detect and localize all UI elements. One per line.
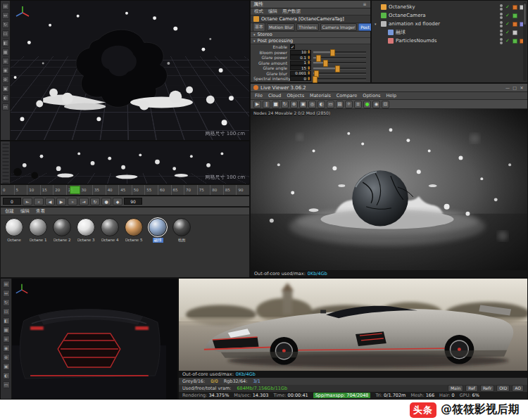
object-name[interactable]: OctaneCamera	[389, 13, 498, 18]
object-manager-scrollbar[interactable]	[523, 2, 527, 81]
live-viewer-toolbar-icon[interactable]: ●	[363, 101, 371, 108]
visibility-dots-icon[interactable]	[500, 21, 503, 27]
material-name[interactable]: Octane 2	[54, 238, 71, 242]
material-swatch[interactable]: Octane 5	[123, 218, 144, 243]
viewport-tool-icon[interactable]: ◐	[2, 179, 9, 180]
material-swatch[interactable]: Octane 3	[75, 218, 96, 243]
live-viewer-toolbar-icon[interactable]: ⊡	[382, 101, 389, 108]
viewport-tool-icon[interactable]: ⊞	[2, 144, 9, 145]
live-viewer-toolbar-icon[interactable]: ◐	[318, 101, 325, 108]
viewport-tool-icon[interactable]: ◧	[2, 158, 9, 159]
viewport-tool-icon[interactable]: ▣	[3, 363, 10, 370]
material-preview-sphere[interactable]	[125, 218, 143, 236]
viewport-tool-icon[interactable]: ⊡	[3, 308, 10, 315]
live-viewer-menu-item[interactable]: Objects	[287, 93, 304, 98]
spinner-arrows-icon[interactable]	[307, 71, 310, 75]
timeline-playhead[interactable]	[70, 186, 80, 194]
object-name[interactable]: OctaneSky	[389, 4, 498, 10]
material-preview-sphere[interactable]	[5, 218, 23, 236]
live-viewer-menu-item[interactable]: Options	[363, 93, 380, 98]
visibility-dots-icon[interactable]	[500, 13, 503, 19]
transport-button[interactable]: ◆	[113, 198, 122, 205]
attribute-tab[interactable]: Motion Blur	[267, 23, 295, 31]
material-preview-sphere[interactable]	[29, 218, 47, 236]
viewport-perspective[interactable]: ⊞ ↔ ↻ ⊡ ◧ ▦ ≡ ◉ ⊕ ▣ ◐ ▭	[0, 0, 250, 141]
enabled-check-icon[interactable]	[505, 30, 510, 35]
attribute-mode-item[interactable]: 模式	[254, 8, 263, 15]
object-tag-icon[interactable]	[513, 39, 517, 44]
viewport-tool-icon[interactable]: ▦	[2, 161, 9, 163]
transport-button[interactable]: «	[34, 198, 44, 205]
object-row[interactable]: OctaneSky	[372, 3, 527, 11]
spinner-arrows-icon[interactable]	[307, 56, 310, 60]
material-swatch[interactable]: 地面	[171, 218, 192, 243]
object-row[interactable]: ParticlesNoumds	[379, 37, 527, 45]
viewport-tool-icon[interactable]: ≡	[3, 336, 10, 343]
live-viewer-toolbar-icon[interactable]: ▤	[336, 101, 344, 108]
viewport-tool-icon[interactable]: ⊕	[2, 172, 9, 173]
render-channel-button[interactable]: Refr	[480, 385, 494, 392]
transport-button[interactable]: ◀	[45, 198, 55, 205]
live-viewer-toolbar-icon[interactable]: ▣	[299, 101, 307, 108]
close-icon[interactable]: ✕	[519, 85, 524, 91]
spinner-arrows-icon[interactable]	[307, 77, 310, 81]
render-channel-button[interactable]: Main	[448, 385, 463, 392]
render-channel-button[interactable]: AO	[512, 385, 524, 392]
live-viewer-toolbar-icon[interactable]: ☼	[345, 101, 353, 108]
section-stereo[interactable]: Stereo	[251, 32, 370, 38]
param-value-field[interactable]: 0	[290, 76, 311, 81]
material-name[interactable]: Octane 3	[77, 238, 95, 242]
material-preview-sphere[interactable]	[101, 218, 119, 236]
minimize-icon[interactable]: —	[505, 85, 510, 91]
param-value-field[interactable]: 0.001	[290, 71, 311, 76]
viewport-tool-icon[interactable]: ◐	[2, 94, 9, 101]
viewport-tool-icon[interactable]: ↻	[2, 151, 9, 152]
live-viewer-toolbar-icon[interactable]: ◎	[308, 101, 316, 108]
viewport-tool-icon[interactable]: ↔	[2, 12, 9, 19]
live-viewer-toolbar-icon[interactable]: ◉	[372, 101, 380, 108]
current-frame-field[interactable]: 0	[3, 198, 21, 205]
object-name[interactable]: animation xd flooder	[389, 21, 498, 27]
viewport-tool-icon[interactable]: ▣	[2, 175, 9, 177]
viewport-tool-icon[interactable]: ▭	[3, 381, 10, 388]
maximize-icon[interactable]: □	[512, 85, 517, 91]
live-viewer-toolbar-icon[interactable]: ≡	[354, 101, 362, 108]
enabled-check-icon[interactable]	[505, 13, 510, 18]
visibility-dots-icon[interactable]	[500, 4, 503, 11]
transport-button[interactable]: »	[68, 198, 77, 205]
spinner-arrows-icon[interactable]	[307, 50, 310, 54]
material-menu-item[interactable]: 编辑	[20, 208, 30, 215]
viewport-tool-icon[interactable]: ↔	[3, 290, 10, 297]
material-name[interactable]: Octane 4	[101, 238, 119, 242]
attribute-panel-titlebar[interactable]: 属性 ≡	[251, 1, 370, 8]
material-name[interactable]: Octane 1	[30, 238, 47, 242]
material-swatch[interactable]: Octane 4	[99, 218, 120, 243]
timeline-ruler[interactable]: 0 5 10 15 20 25 30 35 40 45 50 55 60 65 …	[0, 184, 250, 196]
viewport-tool-icon[interactable]: ⊕	[3, 354, 10, 361]
live-viewer-toolbar-icon[interactable]: ▶	[253, 101, 261, 108]
live-viewer-menu-item[interactable]: Cloud	[268, 93, 282, 98]
render-channel-button[interactable]: OID	[496, 385, 510, 392]
enabled-check-icon[interactable]	[505, 38, 510, 44]
material-preview-sphere[interactable]	[77, 218, 95, 236]
material-name[interactable]: Octane 5	[125, 238, 143, 242]
viewport-tool-icon[interactable]: ◉	[3, 345, 10, 352]
end-frame-field[interactable]: 90	[124, 198, 142, 205]
visibility-dots-icon[interactable]	[500, 38, 503, 44]
object-name[interactable]: 融球	[396, 29, 498, 36]
viewport-tool-icon[interactable]: ⊡	[2, 30, 9, 37]
viewport-tool-icon[interactable]: ▦	[2, 49, 9, 56]
viewport-tool-icon[interactable]: ⊕	[2, 76, 9, 83]
enabled-check-icon[interactable]	[505, 21, 510, 27]
object-name[interactable]: ParticlesNoumds	[396, 38, 498, 44]
viewport-tool-icon[interactable]: ▦	[3, 326, 10, 333]
attribute-tab[interactable]: 基本	[253, 23, 265, 32]
param-value-field[interactable]: 1	[290, 61, 311, 65]
viewport-tool-icon[interactable]: ◧	[2, 39, 9, 46]
live-viewer-render-area[interactable]: Nodes 24 Movable 2 0/2 Mod (2850)	[251, 109, 527, 270]
param-value-field[interactable]: 0.1	[290, 55, 311, 60]
viewport-tool-icon[interactable]: ⊡	[2, 154, 9, 155]
spinner-arrows-icon[interactable]	[307, 61, 310, 65]
live-viewer-toolbar-icon[interactable]: ▭	[327, 101, 334, 108]
live-viewer-toolbar-icon[interactable]: ‖	[263, 101, 270, 108]
